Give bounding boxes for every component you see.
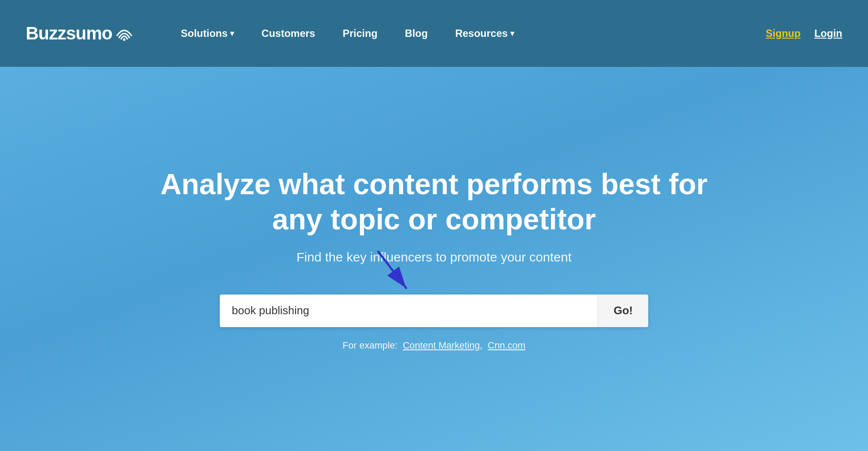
nav-item-blog[interactable]: Blog bbox=[391, 27, 441, 39]
chevron-down-icon: ▾ bbox=[230, 29, 234, 38]
logo[interactable]: Buzzsumo bbox=[26, 23, 133, 44]
signup-link[interactable]: Signup bbox=[766, 27, 800, 39]
search-button[interactable]: Go! bbox=[598, 295, 648, 327]
hero-subtitle: Find the key influencers to promote your… bbox=[296, 250, 572, 265]
nav-item-solutions[interactable]: Solutions ▾ bbox=[167, 27, 248, 39]
nav-item-customers[interactable]: Customers bbox=[248, 27, 329, 39]
hero-title: Analyze what content performs best for a… bbox=[156, 167, 712, 237]
example-link-cnn[interactable]: Cnn.com bbox=[488, 340, 525, 351]
navbar-auth: Signup Login bbox=[766, 27, 842, 39]
chevron-down-icon: ▾ bbox=[510, 29, 514, 38]
examples-prefix: For example: bbox=[343, 340, 398, 351]
example-link-content-marketing[interactable]: Content Marketing bbox=[403, 340, 480, 351]
login-link[interactable]: Login bbox=[814, 27, 842, 39]
nav-links: Solutions ▾ Customers Pricing Blog Resou… bbox=[167, 27, 766, 39]
nav-item-pricing[interactable]: Pricing bbox=[329, 27, 391, 39]
search-input[interactable] bbox=[220, 295, 598, 327]
navbar: Buzzsumo Solutions ▾ Customers Pricing B… bbox=[0, 0, 868, 67]
svg-point-0 bbox=[123, 39, 126, 41]
examples-separator: , bbox=[480, 340, 482, 351]
wifi-signal-icon bbox=[116, 25, 133, 42]
search-examples: For example: Content Marketing, Cnn.com bbox=[343, 340, 526, 351]
nav-item-resources[interactable]: Resources ▾ bbox=[441, 27, 528, 39]
hero-section: Analyze what content performs best for a… bbox=[0, 67, 868, 451]
search-container: Go! bbox=[220, 295, 648, 327]
brand-name: Buzzsumo bbox=[26, 23, 112, 44]
search-box: Go! bbox=[220, 295, 648, 327]
